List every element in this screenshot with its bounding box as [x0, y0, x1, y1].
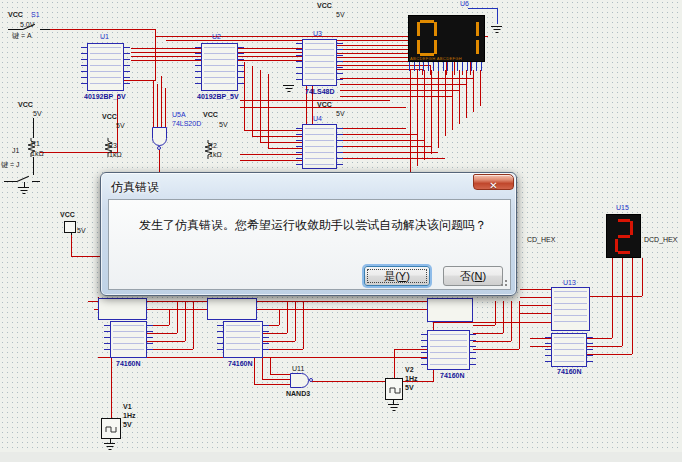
- chip-pin-ticks: [430, 334, 467, 366]
- wire-segment: [337, 128, 406, 129]
- label-u4-ref: U4: [313, 115, 322, 123]
- segment-c: [476, 40, 479, 54]
- nand3-u11-gate[interactable]: [290, 373, 309, 388]
- label-s1-ref: S1: [31, 11, 40, 19]
- wire-segment: [480, 70, 481, 106]
- chip-pin-ticks: [113, 325, 144, 354]
- chip-u2-40192[interactable]: [201, 43, 238, 91]
- wire-segment: [238, 52, 302, 53]
- clock-source-v2[interactable]: [385, 378, 403, 400]
- wire-segment: [519, 301, 520, 349]
- label-v1-volt: 5V: [123, 421, 132, 429]
- wire-segment: [254, 384, 290, 385]
- wire-segment: [165, 88, 166, 127]
- label-u1-part: 40192BP_5V: [84, 93, 126, 101]
- dialog-message: 发生了仿真错误。您希望运行收敛助手以尝试自动解决该问题吗？: [139, 217, 487, 234]
- square-wave-icon: [389, 387, 401, 394]
- wire-segment: [520, 305, 551, 306]
- wire-segment: [438, 70, 439, 148]
- label-u5-ref: U5A: [172, 111, 186, 119]
- wire-segment: [452, 70, 453, 130]
- chip-u4-74ls48[interactable]: [302, 124, 337, 169]
- square-wave-icon: [105, 426, 117, 433]
- yes-button[interactable]: 是(Y): [364, 266, 430, 286]
- wire-segment: [238, 48, 302, 49]
- wire-segment: [169, 309, 170, 325]
- chip-74160-b[interactable]: [223, 321, 263, 358]
- wire-segment: [177, 301, 178, 333]
- wire-segment: [520, 297, 551, 298]
- label-u3-ref: U3: [313, 30, 322, 38]
- wire-segment: [520, 289, 551, 290]
- wire-segment: [153, 80, 154, 127]
- label-u6-ref: U6: [460, 0, 469, 8]
- canvas-margin: [0, 452, 682, 462]
- chip-74160-c[interactable]: [427, 330, 470, 370]
- ground-icon: [491, 26, 502, 34]
- label-r2-val: 1kΩ: [209, 151, 222, 159]
- dialog-titlebar[interactable]: 仿真错误 ✕: [101, 173, 516, 199]
- wire-segment: [131, 60, 201, 61]
- chip-u13-74160[interactable]: [551, 333, 587, 367]
- ground-icon: [283, 85, 294, 93]
- clock-source-v1[interactable]: [101, 418, 121, 439]
- label-u5-5v: 5V: [219, 121, 228, 129]
- wire-segment: [642, 258, 643, 296]
- vcc-box-symbol[interactable]: [64, 221, 76, 233]
- nand4-u5a-gate[interactable]: [152, 127, 167, 146]
- label-u5-vcc: VCC: [203, 111, 218, 119]
- resize-grip-icon[interactable]: [499, 278, 508, 287]
- wire-segment: [252, 136, 302, 137]
- switch-s1[interactable]: [8, 29, 23, 30]
- label-s1-key: 键 = A: [12, 32, 32, 40]
- chip-u3-74ls48[interactable]: [302, 39, 337, 86]
- wire-segment: [295, 301, 296, 341]
- close-icon: ✕: [489, 180, 497, 191]
- wire-segment: [71, 235, 72, 257]
- label-v1-freq: 1Hz: [123, 412, 135, 420]
- seven-seg-display-u6[interactable]: [408, 15, 485, 62]
- wire-segment: [473, 70, 474, 112]
- label-s1-vcc: VCC: [8, 11, 23, 19]
- ground-icon: [388, 404, 399, 412]
- label-r1-ref: R1: [31, 140, 40, 148]
- ground-icon: [104, 443, 115, 451]
- chip-pin-ticks: [554, 337, 584, 363]
- seven-seg-display-u15[interactable]: [606, 214, 641, 258]
- seven-seg-digit: [417, 20, 437, 56]
- chip-u1-40192[interactable]: [87, 43, 124, 91]
- chip-u13-control[interactable]: [551, 287, 590, 331]
- chip-pin-ticks: [226, 325, 260, 354]
- segment-e: [417, 40, 420, 54]
- wire-segment: [622, 258, 623, 346]
- switch-j1[interactable]: [4, 181, 17, 182]
- wire-segment: [503, 301, 504, 333]
- wire-segment: [98, 357, 432, 358]
- seven-seg-digit: [459, 20, 479, 56]
- label-l-vcc: VCC: [18, 101, 33, 109]
- schematic-canvas[interactable]: VCCS15.0V键 = AU140192BP_5VU240192BP_5VVC…: [0, 0, 682, 462]
- chip-74160-c-control[interactable]: [427, 298, 473, 322]
- wire-segment: [33, 157, 34, 175]
- display-pin-stubs: [409, 62, 485, 71]
- label-u4-5v: 5V: [336, 110, 345, 118]
- wire-segment: [445, 70, 446, 136]
- segment-b: [476, 22, 479, 36]
- chip-74160-a-control[interactable]: [98, 298, 147, 320]
- chip-74160-a[interactable]: [110, 321, 147, 358]
- chip-pin-ticks: [90, 47, 121, 87]
- wire-segment: [157, 84, 158, 127]
- label-u11-part: NAND3: [286, 390, 310, 398]
- wire-segment: [244, 130, 302, 131]
- wire-segment: [520, 313, 551, 314]
- wire-segment: [340, 84, 466, 85]
- wire-segment: [337, 152, 438, 153]
- wire-segment: [468, 8, 497, 9]
- wire-segment: [340, 96, 452, 97]
- chip-74160-b-control[interactable]: [207, 298, 257, 320]
- close-button[interactable]: ✕: [473, 174, 514, 190]
- wire-segment: [394, 349, 395, 379]
- nand-bubble-icon: [157, 146, 161, 150]
- no-button[interactable]: 否(N): [443, 266, 503, 286]
- label-u15-part: DCD_HEX: [644, 236, 677, 244]
